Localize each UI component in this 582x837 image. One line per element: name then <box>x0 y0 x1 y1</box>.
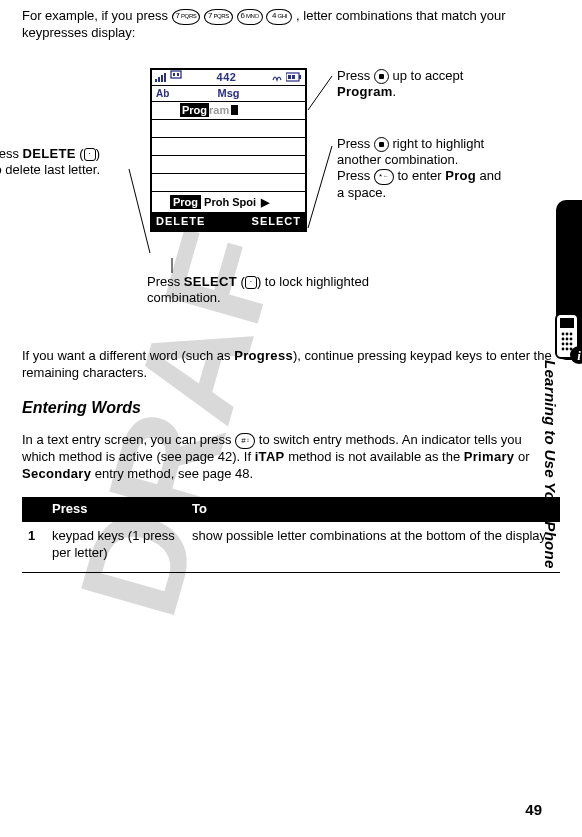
svg-point-24 <box>562 343 565 346</box>
typed-line: Program <box>152 102 305 120</box>
svg-rect-17 <box>560 318 574 328</box>
typed-suggested: ram <box>209 103 229 117</box>
data-icon <box>170 70 182 84</box>
signal-icon <box>155 72 167 82</box>
svg-rect-14 <box>288 75 291 79</box>
dpad-icon <box>374 69 389 84</box>
row-press: keypad keys (1 press per letter) <box>46 522 186 572</box>
cursor-icon <box>231 105 238 115</box>
col-to-header: To <box>186 497 560 522</box>
suggestion-highlight: Prog <box>170 195 201 209</box>
row-to: show possible letter combinations at the… <box>186 522 560 572</box>
svg-rect-9 <box>171 71 181 78</box>
svg-point-20 <box>570 333 573 336</box>
screen-title-row: Ab Msg <box>152 86 305 102</box>
vibrate-icon <box>271 72 283 82</box>
row-number: 1 <box>22 522 46 572</box>
svg-line-2 <box>308 76 332 110</box>
svg-point-19 <box>566 333 569 336</box>
status-number: 442 <box>217 70 237 84</box>
heading-entering-words: Entering Words <box>22 398 560 419</box>
more-right-icon: ▶ <box>261 195 269 209</box>
key-7-2: 7PQRS <box>204 9 233 25</box>
para-different-word: If you want a different word (such as Pr… <box>22 348 560 382</box>
callout-accept: Press up to accept Program. <box>337 68 507 101</box>
battery-icon <box>286 72 302 82</box>
callout-highlight-enter: Press right to highlight another combina… <box>337 136 507 201</box>
col-press-header: Press <box>46 497 186 522</box>
status-bar: 442 <box>152 70 305 86</box>
table-row: 1 keypad keys (1 press per letter) show … <box>22 522 560 572</box>
blank-line-3 <box>152 156 305 174</box>
typed-locked: Prog <box>180 103 209 117</box>
left-softkey-icon: · <box>84 148 96 161</box>
svg-point-25 <box>566 343 569 346</box>
svg-point-28 <box>566 348 569 351</box>
svg-point-18 <box>562 333 565 336</box>
hash-key-icon: #↕ <box>235 433 255 449</box>
svg-point-23 <box>570 338 573 341</box>
svg-point-26 <box>570 343 573 346</box>
callout-delete: Press DELETE (·) to delete last letter. <box>0 146 100 179</box>
blank-line-1 <box>152 120 305 138</box>
section-tab: i <box>556 200 582 360</box>
svg-rect-15 <box>292 75 295 79</box>
table-header: Press To <box>22 497 560 522</box>
para-entry-methods: In a text entry screen, you can press #↕… <box>22 432 560 483</box>
softkey-right: SELECT <box>252 214 301 228</box>
figure: 442 Ab Msg Program <box>22 68 560 328</box>
suggestion-rest: Proh Spoi <box>201 195 259 209</box>
softkey-left: DELETE <box>156 214 205 228</box>
softkey-bar: DELETE SELECT <box>152 212 305 230</box>
intro-prefix: For example, if you press <box>22 8 172 23</box>
svg-line-1 <box>129 169 150 253</box>
svg-rect-13 <box>299 75 301 79</box>
screen-title: Msg <box>218 86 240 100</box>
svg-text:i: i <box>577 348 581 363</box>
intro-paragraph: For example, if you press 7PQRS 7PQRS 6M… <box>22 8 560 42</box>
blank-line-2 <box>152 138 305 156</box>
right-softkey-icon: · <box>245 276 257 289</box>
star-key-icon: *← <box>374 169 394 185</box>
key-6: 6MNO <box>237 9 263 25</box>
svg-point-27 <box>562 348 565 351</box>
svg-point-22 <box>566 338 569 341</box>
callout-select: Press SELECT (·) to lock highlighted com… <box>147 274 377 307</box>
dpad-icon-2 <box>374 137 389 152</box>
blank-line-4 <box>152 174 305 192</box>
svg-rect-6 <box>158 77 160 82</box>
svg-point-21 <box>562 338 565 341</box>
svg-rect-11 <box>177 73 179 76</box>
suggestion-row: Prog Proh Spoi ▶ <box>152 192 305 212</box>
svg-rect-8 <box>164 73 166 82</box>
svg-rect-5 <box>155 79 157 82</box>
phone-screen: 442 Ab Msg Program <box>150 68 307 232</box>
phone-device-icon: i <box>546 310 582 366</box>
svg-rect-10 <box>173 73 175 76</box>
key-4: 4GHI <box>266 9 292 25</box>
instruction-table: Press To 1 keypad keys (1 press per lett… <box>22 497 560 573</box>
page-number: 49 <box>525 800 542 820</box>
section-title-vertical: Learning to Use Your Phone <box>541 360 561 569</box>
svg-line-3 <box>308 146 332 228</box>
key-7-1: 7PQRS <box>172 9 201 25</box>
svg-rect-7 <box>161 75 163 82</box>
mode-indicator: Ab <box>156 87 169 100</box>
